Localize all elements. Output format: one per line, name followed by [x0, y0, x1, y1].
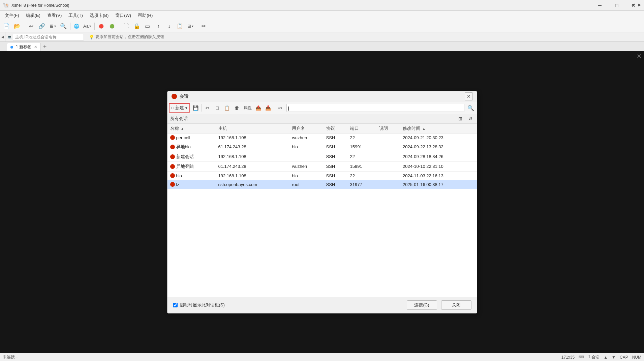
cell-modified: 2024-11-03 22:16:13	[400, 171, 477, 180]
address-input[interactable]	[13, 34, 84, 40]
table-row[interactable]: 异地登陆 61.174.243.28 wuzhen SSH 15991 2024…	[167, 161, 477, 171]
tb-open[interactable]: 📂	[12, 22, 22, 31]
dialog-paste-btn[interactable]: 📋	[222, 103, 232, 113]
cell-host: 192.168.1.108	[216, 171, 289, 180]
dialog-new-button[interactable]: □ 新建 ▾	[169, 103, 190, 113]
table-header-row: 名称 ▲ 主机 用户名 协议 端口 说明 修改时间 ▲	[167, 124, 477, 133]
tab-1-new[interactable]: 1 新标签 ✕	[7, 43, 41, 51]
dialog-footer: 启动时显示此对话框(S) 连接(C) 关闭	[167, 297, 477, 313]
menu-bar: 文件(F) 编辑(E) 查看(V) 工具(T) 选项卡(B) 窗口(W) 帮助(…	[0, 11, 644, 20]
startup-checkbox-label[interactable]: 启动时显示此对话框(S)	[173, 302, 403, 308]
col-host[interactable]: 主机	[216, 124, 289, 133]
dialog-cut-btn[interactable]: ✂	[203, 103, 212, 113]
status-bar: 未连接... 171x35 ⌨ 1 会话 ▲ ▼ CAP NUM	[0, 353, 644, 361]
section-expand-btn[interactable]: ⊞	[457, 115, 464, 122]
menu-view[interactable]: 查看(V)	[44, 11, 65, 20]
status-icon: ⌨	[579, 355, 584, 359]
app-icon: 🐚	[3, 2, 9, 8]
status-up-arrow[interactable]: ▲	[604, 355, 608, 360]
dialog-close-button[interactable]: ✕	[465, 92, 473, 100]
col-modified[interactable]: 修改时间 ▲	[400, 124, 477, 133]
dialog-props-btn[interactable]: 属性	[242, 103, 253, 113]
nav-left[interactable]: ◀	[629, 1, 636, 8]
tb-font-label: Aa	[83, 24, 89, 29]
table-row[interactable]: 异地bio 61.174.243.28 bio SSH 15991 2024-0…	[167, 142, 477, 152]
tb-compose[interactable]: ✏	[199, 22, 209, 31]
col-name[interactable]: 名称 ▲	[167, 124, 216, 133]
tb-sep-5	[197, 23, 197, 30]
session-dialog: 会话 ✕ □ 新建 ▾ 💾 ✂ □ 📋 🗑 属性 📤	[167, 91, 477, 313]
col-desc[interactable]: 说明	[376, 124, 400, 133]
table-row[interactable]: lz ssh.openbayes.com root SSH 31977 2025…	[167, 180, 477, 189]
dialog-close-footer-button[interactable]: 关闭	[441, 300, 471, 310]
tb-font-arrow: ▾	[89, 24, 91, 28]
tb-globe-dropdown[interactable]: 🌐	[72, 22, 81, 31]
dialog-delete-btn[interactable]: 🗑	[232, 103, 242, 113]
menu-file[interactable]: 文件(F)	[1, 11, 23, 20]
cell-protocol: SSH	[324, 171, 347, 180]
cell-name: 异地登陆	[167, 161, 216, 171]
col-user[interactable]: 用户名	[289, 124, 323, 133]
tb-find[interactable]: 🔍	[58, 22, 68, 31]
sort-arrow-name: ▲	[181, 127, 184, 130]
table-container: 名称 ▲ 主机 用户名 协议 端口 说明 修改时间 ▲	[167, 124, 477, 297]
menu-help[interactable]: 帮助(H)	[134, 11, 156, 20]
tab-bar: 1 新标签 ✕ + ◀ ▶	[0, 42, 644, 51]
nav-right[interactable]: ▶	[636, 1, 643, 8]
col-protocol[interactable]: 协议	[324, 124, 347, 133]
sort-arrow-modified: ▲	[422, 127, 426, 130]
tab-1-close[interactable]: ✕	[34, 45, 37, 49]
cell-user: wuzhen	[289, 133, 323, 142]
dialog-copy-btn[interactable]: □	[213, 103, 222, 113]
menu-window[interactable]: 窗口(W)	[112, 11, 134, 20]
cell-protocol: SSH	[324, 161, 347, 171]
session-icon	[170, 145, 175, 149]
cell-desc	[376, 152, 400, 161]
cell-host: 192.168.1.108	[216, 133, 289, 142]
tb-font-dropdown[interactable]: Aa ▾	[82, 22, 93, 31]
cell-desc	[376, 142, 400, 152]
table-header: 名称 ▲ 主机 用户名 协议 端口 说明 修改时间 ▲	[167, 124, 477, 133]
tb-expand[interactable]: ⛶	[121, 22, 131, 31]
minimize-button[interactable]: ─	[592, 0, 608, 11]
dialog-search-button[interactable]: 🔍	[466, 103, 476, 113]
dialog-import-btn[interactable]: 📥	[264, 103, 273, 113]
cell-modified: 2024-09-21 20:30:23	[400, 133, 477, 142]
menu-tabs[interactable]: 选项卡(B)	[86, 11, 112, 20]
tb-btn5[interactable]: ▭	[143, 22, 153, 31]
menu-tools[interactable]: 工具(T)	[65, 11, 86, 20]
cell-port: 31977	[347, 180, 377, 189]
tb-back[interactable]: ↩	[26, 22, 36, 31]
tb-new[interactable]: 📄	[1, 22, 11, 31]
tb-screen-dropdown[interactable]: 🖥 ▾	[48, 22, 58, 31]
tab-add-button[interactable]: +	[41, 43, 49, 51]
dialog-title-bar: 会话 ✕	[167, 91, 477, 102]
tb-layout-dropdown[interactable]: ⊞ ▾	[186, 22, 195, 31]
dialog-save-btn[interactable]: 💾	[191, 103, 201, 113]
status-down-arrow[interactable]: ▼	[612, 355, 616, 360]
dialog-search-input[interactable]	[286, 104, 464, 112]
tb-btn7[interactable]: ↓	[164, 22, 174, 31]
dialog-list-btn[interactable]: ≡▾	[275, 103, 285, 113]
cell-user: bio	[289, 171, 323, 180]
maximize-button[interactable]: □	[609, 0, 624, 11]
tb-layout-icon: ⊞	[187, 24, 191, 29]
tb-btn8[interactable]: 📋	[175, 22, 185, 31]
tb-btn6[interactable]: ↑	[153, 22, 163, 31]
table-row[interactable]: per cell 192.168.1.108 wuzhen SSH 22 202…	[167, 133, 477, 142]
tb-xshell[interactable]: 🔴	[96, 22, 106, 31]
startup-checkbox[interactable]	[173, 303, 178, 307]
session-table: 名称 ▲ 主机 用户名 协议 端口 说明 修改时间 ▲	[167, 124, 477, 189]
tb-screen-icon: 🖥	[49, 24, 54, 29]
connect-button[interactable]: 连接(C)	[407, 300, 437, 310]
col-port[interactable]: 端口	[347, 124, 377, 133]
tb-xagent[interactable]: 🟢	[107, 22, 117, 31]
dialog-export-btn[interactable]: 📤	[254, 103, 263, 113]
tb-forward[interactable]: 🔗	[37, 22, 47, 31]
table-row[interactable]: bio 192.168.1.108 bio SSH 22 2024-11-03 …	[167, 171, 477, 180]
section-refresh-btn[interactable]: ↺	[467, 115, 474, 122]
table-row[interactable]: 新建会话 192.168.1.108 SSH 22 2024-09-28 18:…	[167, 152, 477, 161]
menu-edit[interactable]: 编辑(E)	[23, 11, 44, 20]
session-dialog-overlay: 会话 ✕ □ 新建 ▾ 💾 ✂ □ 📋 🗑 属性 📤	[0, 51, 644, 353]
tb-lock[interactable]: 🔒	[132, 22, 142, 31]
